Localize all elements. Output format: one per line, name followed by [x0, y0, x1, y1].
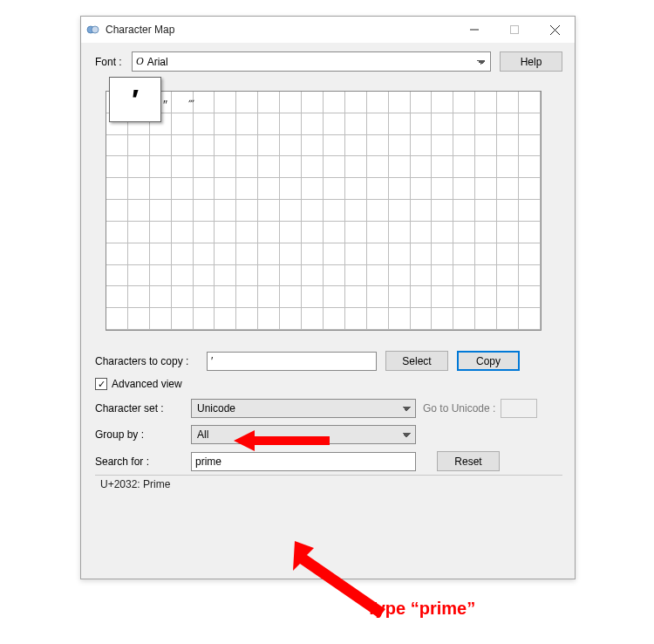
- chars-to-copy-input[interactable]: [207, 352, 377, 371]
- status-bar: U+2032: Prime: [95, 475, 562, 493]
- charset-value: Unicode: [197, 402, 235, 414]
- app-icon: [86, 23, 100, 37]
- svg-rect-3: [511, 26, 519, 34]
- selected-char-preview[interactable]: ′: [109, 77, 161, 122]
- advanced-view-checkbox[interactable]: ✓: [95, 378, 107, 390]
- svg-point-1: [92, 26, 99, 33]
- charset-select[interactable]: Unicode: [191, 399, 416, 418]
- minimize-button[interactable]: [454, 17, 494, 43]
- font-label: Font :: [95, 56, 132, 68]
- annotation-text: Type “prime”: [366, 599, 475, 619]
- goto-unicode-label: Go to Unicode :: [423, 402, 495, 414]
- goto-unicode-input[interactable]: [501, 399, 537, 418]
- group-by-label: Group by :: [95, 428, 191, 441]
- character-grid-wrap: ″ ‴ ′: [95, 79, 562, 340]
- grid-row-chars: ″ ‴: [163, 98, 203, 112]
- font-select[interactable]: O Arial: [132, 51, 491, 72]
- group-by-value: All: [197, 428, 208, 441]
- advanced-view-label: Advanced view: [112, 378, 182, 390]
- copy-button[interactable]: Copy: [457, 351, 520, 371]
- content-area: Font : O Arial Help ″ ‴ ′ Characters to …: [81, 43, 575, 498]
- help-button[interactable]: Help: [500, 51, 562, 72]
- character-map-window: Character Map Font : O Arial Help ″ ‴ ′ …: [80, 16, 576, 579]
- search-input[interactable]: [191, 452, 416, 471]
- chars-to-copy-label: Characters to copy :: [95, 355, 207, 367]
- font-sample-icon: O: [136, 55, 144, 68]
- charset-label: Character set :: [95, 402, 191, 414]
- maximize-button[interactable]: [494, 17, 535, 43]
- group-by-select[interactable]: All: [191, 425, 416, 444]
- font-select-value: Arial: [147, 56, 168, 68]
- select-button[interactable]: Select: [385, 351, 448, 371]
- window-title: Character Map: [106, 24, 454, 36]
- search-for-label: Search for :: [95, 456, 191, 468]
- reset-button[interactable]: Reset: [437, 451, 500, 471]
- titlebar: Character Map: [81, 17, 575, 43]
- character-grid[interactable]: [106, 91, 542, 331]
- close-button[interactable]: [535, 17, 575, 43]
